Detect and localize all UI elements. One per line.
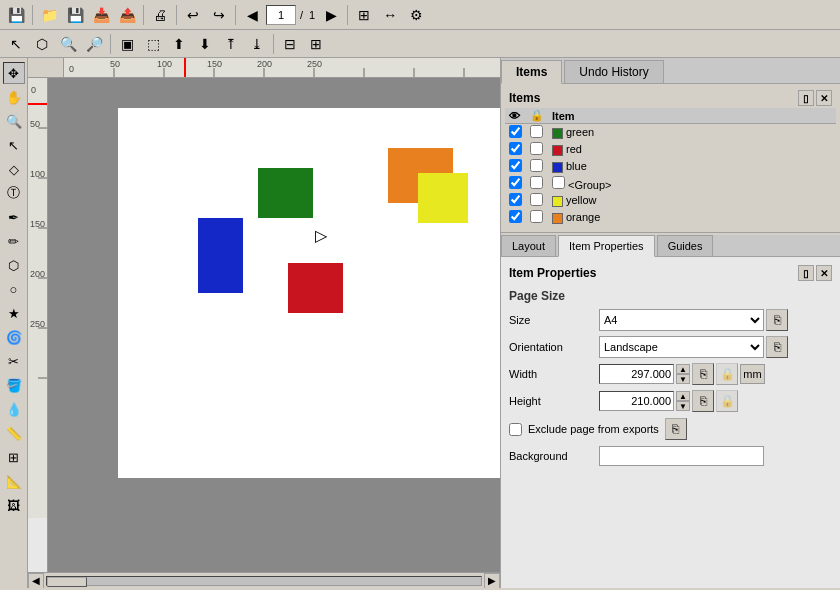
width-up[interactable]: ▲ <box>676 364 690 374</box>
zoom-in[interactable]: 🔍 <box>56 32 80 56</box>
circle-tool[interactable]: ○ <box>3 278 25 300</box>
node-tool-left[interactable]: ◇ <box>3 158 25 180</box>
fill-tool[interactable]: 🪣 <box>3 374 25 396</box>
item-checkbox-3[interactable] <box>552 176 565 189</box>
export-btn[interactable]: 📤 <box>115 3 139 27</box>
item-eye-0[interactable] <box>509 125 522 138</box>
text-tool[interactable]: Ⓣ <box>3 182 25 204</box>
connector-tool[interactable]: 📐 <box>3 470 25 492</box>
item-eye-5[interactable] <box>509 210 522 223</box>
item-eye-4[interactable] <box>509 193 522 206</box>
height-lock-btn[interactable]: 🔒 <box>716 390 738 412</box>
scroll-left[interactable]: ◀ <box>28 573 44 589</box>
print-btn[interactable]: 🖨 <box>148 3 172 27</box>
zoom-tool-left[interactable]: 🔍 <box>3 110 25 132</box>
item-eye-3[interactable] <box>509 176 522 189</box>
tab-undo[interactable]: Undo History <box>564 60 663 83</box>
props-minimize[interactable]: ▯ <box>798 265 814 281</box>
hand-tool[interactable]: ✋ <box>3 86 25 108</box>
item-lock-1[interactable] <box>530 142 543 155</box>
shape-tool[interactable]: ⬡ <box>3 254 25 276</box>
tab-layout[interactable]: Layout <box>501 235 556 256</box>
orientation-select[interactable]: Landscape Portrait <box>599 336 764 358</box>
height-copy-btn[interactable]: ⎘ <box>692 390 714 412</box>
node-tool[interactable]: ⬡ <box>30 32 54 56</box>
import-btn[interactable]: 📥 <box>89 3 113 27</box>
exclude-checkbox[interactable] <box>509 423 522 436</box>
new-btn[interactable]: 💾 <box>4 3 28 27</box>
spiral-tool[interactable]: 🌀 <box>3 326 25 348</box>
shape-yellow[interactable] <box>418 173 468 223</box>
item-eye-1[interactable] <box>509 142 522 155</box>
zoom-width-btn[interactable]: ↔ <box>378 3 402 27</box>
items-close[interactable]: ✕ <box>816 90 832 106</box>
table-row[interactable]: blue <box>505 158 836 175</box>
orientation-copy-btn[interactable]: ⎘ <box>766 336 788 358</box>
exclude-copy-btn[interactable]: ⎘ <box>665 418 687 440</box>
size-copy-btn[interactable]: ⎘ <box>766 309 788 331</box>
distribute-btn[interactable]: ⊞ <box>304 32 328 56</box>
open-btn[interactable]: 📁 <box>37 3 61 27</box>
tab-guides[interactable]: Guides <box>657 235 714 256</box>
table-row[interactable]: red <box>505 141 836 158</box>
ruler-vertical: 0 50 100 150 200 250 <box>28 78 48 572</box>
width-input[interactable] <box>599 364 674 384</box>
width-lock-btn[interactable]: 🔒 <box>716 363 738 385</box>
height-down[interactable]: ▼ <box>676 401 690 411</box>
measure-tool[interactable]: 📏 <box>3 422 25 444</box>
top-btn[interactable]: ⤒ <box>219 32 243 56</box>
scissors-tool[interactable]: ✂ <box>3 350 25 372</box>
item-lock-3[interactable] <box>530 176 543 189</box>
settings-btn[interactable]: ⚙ <box>404 3 428 27</box>
select-tool[interactable]: ↖ <box>4 32 28 56</box>
table-row[interactable]: orange <box>505 209 836 226</box>
canvas-scroll[interactable]: ▷ <box>48 78 500 572</box>
select-tool-left[interactable]: ✥ <box>3 62 25 84</box>
shape-green[interactable] <box>258 168 313 218</box>
star-tool[interactable]: ★ <box>3 302 25 324</box>
pencil-tool[interactable]: ✏ <box>3 230 25 252</box>
height-input[interactable] <box>599 391 674 411</box>
tab-items[interactable]: Items <box>501 60 562 84</box>
redo-btn[interactable]: ↪ <box>207 3 231 27</box>
pen-tool[interactable]: ✒ <box>3 206 25 228</box>
next-btn[interactable]: ▶ <box>319 3 343 27</box>
shape-red[interactable] <box>288 263 343 313</box>
undo-btn[interactable]: ↩ <box>181 3 205 27</box>
item-lock-5[interactable] <box>530 210 543 223</box>
align-btn[interactable]: ⊟ <box>278 32 302 56</box>
background-swatch[interactable] <box>599 446 764 466</box>
item-lock-0[interactable] <box>530 125 543 138</box>
frame-tool[interactable]: 🖼 <box>3 494 25 516</box>
item-lock-2[interactable] <box>530 159 543 172</box>
arrow-tool[interactable]: ↖ <box>3 134 25 156</box>
shape-blue[interactable] <box>198 218 243 293</box>
prev-btn[interactable]: ◀ <box>240 3 264 27</box>
bottom-btn[interactable]: ⤓ <box>245 32 269 56</box>
props-close[interactable]: ✕ <box>816 265 832 281</box>
width-copy-btn[interactable]: ⎘ <box>692 363 714 385</box>
table-row[interactable]: yellow <box>505 192 836 209</box>
tab-item-properties[interactable]: Item Properties <box>558 235 655 257</box>
lower-btn[interactable]: ⬇ <box>193 32 217 56</box>
size-select[interactable]: A4 A3A5Letter <box>599 309 764 331</box>
zoom-fit-btn[interactable]: ⊞ <box>352 3 376 27</box>
item-lock-4[interactable] <box>530 193 543 206</box>
scroll-right[interactable]: ▶ <box>484 573 500 589</box>
items-minimize[interactable]: ▯ <box>798 90 814 106</box>
scroll-htrack[interactable] <box>46 576 482 586</box>
width-down[interactable]: ▼ <box>676 374 690 384</box>
ungroup-btn[interactable]: ⬚ <box>141 32 165 56</box>
page-input[interactable] <box>266 5 296 25</box>
height-up[interactable]: ▲ <box>676 391 690 401</box>
group-btn[interactable]: ▣ <box>115 32 139 56</box>
raise-btn[interactable]: ⬆ <box>167 32 191 56</box>
scroll-hthumb[interactable] <box>47 577 87 587</box>
save-btn[interactable]: 💾 <box>63 3 87 27</box>
dropper-tool[interactable]: 💧 <box>3 398 25 420</box>
item-eye-2[interactable] <box>509 159 522 172</box>
zoom-out[interactable]: 🔎 <box>82 32 106 56</box>
table-row[interactable]: <Group> <box>505 175 836 192</box>
table-row[interactable]: green <box>505 124 836 142</box>
grid-tool[interactable]: ⊞ <box>3 446 25 468</box>
